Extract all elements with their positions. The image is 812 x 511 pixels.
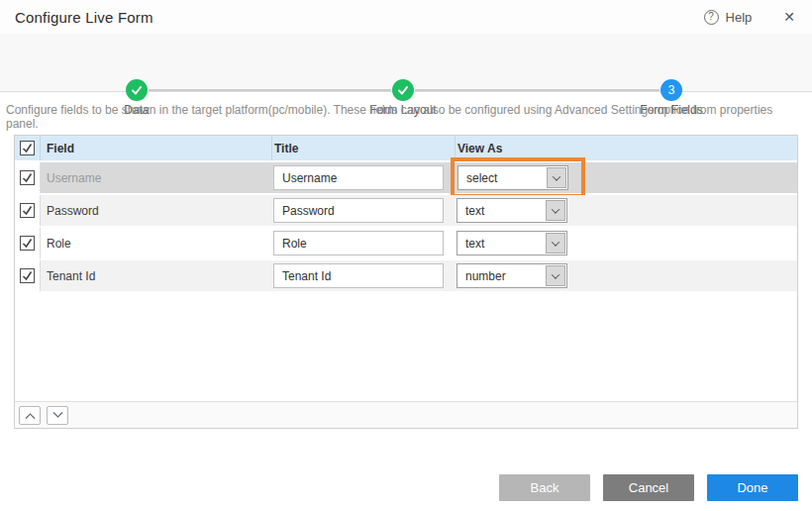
table-header-row: Field Title View As [15,136,797,162]
chevron-down-icon[interactable] [547,167,566,188]
view-as-selected-value: text [457,204,484,218]
dialog-title: Configure Live Form [15,9,153,26]
view-as-selected-value: text [457,237,484,251]
title-input[interactable] [273,165,444,190]
table-row: Tenant Id number [15,260,797,293]
field-name: Tenant Id [47,269,95,283]
chevron-down-icon[interactable] [546,200,565,221]
row-checkbox[interactable] [20,170,35,185]
step-data-check-icon[interactable] [126,79,148,101]
chevron-up-icon [25,413,35,423]
done-button[interactable]: Done [707,474,798,501]
step-form-fields-number[interactable]: 3 [660,79,682,101]
chevron-down-icon [52,407,62,417]
row-checkbox[interactable] [20,268,35,283]
stepper-connector [149,89,391,91]
select-all-checkbox[interactable] [20,141,35,155]
table-footer [15,401,797,428]
instruction-text: Configure fields to be shown in the targ… [6,103,806,131]
title-input[interactable] [273,231,444,256]
stepper-connector [415,89,660,91]
move-up-button[interactable] [19,406,41,425]
view-as-selected-value: select [458,171,497,185]
view-as-select[interactable]: text [457,198,567,223]
row-checkbox[interactable] [20,203,35,218]
title-input[interactable] [273,263,444,288]
stepper: Data Form Layout 3 Form Fields [0,34,812,92]
chevron-down-icon[interactable] [546,233,565,254]
field-name: Role [47,237,71,251]
field-name: Username [47,171,101,185]
table-empty-area [15,293,797,401]
title-input[interactable] [273,198,444,223]
titlebar: Configure Live Form ? Help ✕ [0,0,812,34]
highlight-box: select [451,157,585,198]
view-as-select[interactable]: number [457,263,567,288]
back-button[interactable]: Back [499,474,590,501]
move-down-button[interactable] [47,406,68,425]
table-row: Password text [15,195,797,228]
help-icon[interactable]: ? [704,10,719,25]
view-as-selected-value: number [457,269,506,283]
view-as-select[interactable]: select [457,165,568,190]
column-header-field: Field [41,136,271,160]
configure-live-form-dialog: Configure Live Form ? Help ✕ Data Form L… [0,0,812,511]
row-checkbox[interactable] [20,236,35,251]
help-button[interactable]: ? Help [704,10,753,25]
close-icon[interactable]: ✕ [781,7,797,27]
help-label[interactable]: Help [726,10,753,25]
step-form-layout-check-icon[interactable] [392,79,414,101]
cancel-button[interactable]: Cancel [603,474,694,501]
view-as-select[interactable]: text [457,231,567,256]
action-buttons: Back Cancel Done [499,474,798,501]
fields-table: Field Title View As Username select [14,135,798,429]
column-header-title: Title [271,136,455,160]
table-row: Role text [15,228,797,260]
table-row: Username select [15,162,797,195]
chevron-down-icon[interactable] [546,265,565,286]
field-name: Password [47,204,99,218]
